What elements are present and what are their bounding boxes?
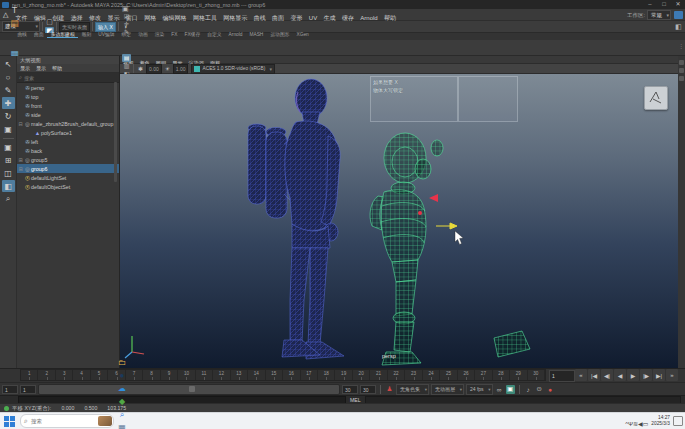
- command-language-label[interactable]: MEL: [350, 397, 361, 403]
- workspace-dropdown[interactable]: 常规: [647, 10, 671, 20]
- image-plane-icon[interactable]: ◫: [122, 12, 131, 20]
- shelf-tab-运动图形[interactable]: 运动图形: [267, 32, 293, 37]
- frame-tick-11[interactable]: 11: [196, 370, 213, 380]
- menu-item-编辑网格[interactable]: 编辑网格: [159, 15, 189, 21]
- attribute-editor-tab-icon[interactable]: [679, 68, 684, 73]
- frame-tick-15[interactable]: 15: [266, 370, 283, 380]
- outliner-scrollbar[interactable]: [114, 82, 117, 182]
- menu-item-曲面[interactable]: 曲面: [269, 15, 287, 21]
- playback-loop-icon[interactable]: ∞: [495, 385, 504, 394]
- file-explorer-icon[interactable]: 🗀: [115, 356, 129, 369]
- outliner-item-top[interactable]: ✇top: [17, 92, 119, 101]
- search-tool-icon[interactable]: ⌕: [115, 408, 129, 421]
- frame-tick-1[interactable]: 1: [21, 370, 38, 380]
- battery-icon[interactable]: ▭: [643, 421, 649, 427]
- range-slider-bar[interactable]: [38, 384, 340, 395]
- outliner-item-group5[interactable]: ⊞◎group5: [17, 155, 119, 164]
- frame-tick-2[interactable]: 2: [38, 370, 55, 380]
- mute-icon[interactable]: ♪: [524, 385, 533, 394]
- select-tool-icon[interactable]: ↖: [2, 58, 15, 70]
- calculator-icon[interactable]: ▦: [115, 421, 129, 429]
- outliner-menu-item-帮助[interactable]: 帮助: [49, 64, 65, 72]
- shelf-tab-FX缓存[interactable]: FX缓存: [181, 32, 204, 37]
- zoom-tool-icon[interactable]: ⌕: [2, 193, 15, 205]
- frame-tick-9[interactable]: 9: [161, 370, 178, 380]
- outliner-menu-item-显示[interactable]: 显示: [17, 64, 33, 72]
- expander-icon[interactable]: ⊞: [17, 166, 24, 172]
- modeling-toolkit-toggle-icon[interactable]: ◧: [674, 22, 683, 31]
- outliner-item-male_zbrush2Brush_default_group[interactable]: ⊟◎male_zbrush2Brush_default_group: [17, 119, 119, 128]
- shelf-tab-Arnold[interactable]: Arnold: [225, 32, 246, 37]
- taskbar-search-input[interactable]: 搜索: [31, 418, 98, 425]
- grid-icon[interactable]: ▤: [122, 54, 131, 62]
- menu-item-曲线[interactable]: 曲线: [251, 15, 269, 21]
- exposure-field[interactable]: 0.00: [146, 64, 162, 74]
- clamp-toggle-icon[interactable]: ▣: [506, 385, 515, 394]
- colorspace-dropdown[interactable]: ACES 1.0 SDR-video (sRGB) ▾: [191, 64, 274, 74]
- close-button[interactable]: ✕: [671, 0, 685, 9]
- shelf-overflow-icon[interactable]: ⋮: [678, 42, 684, 49]
- step-forward-frame-button[interactable]: |▶: [640, 369, 652, 381]
- sign-in-icon[interactable]: [674, 11, 683, 19]
- scale-tool-icon[interactable]: ▣: [2, 123, 15, 135]
- frame-tick-17[interactable]: 17: [301, 370, 318, 380]
- frame-tick-18[interactable]: 18: [318, 370, 335, 380]
- frame-tick-29[interactable]: 29: [510, 370, 527, 380]
- frame-tick-19[interactable]: 19: [335, 370, 352, 380]
- outliner-search-input[interactable]: 搜索: [24, 75, 119, 81]
- animation-end-field[interactable]: 30: [360, 385, 376, 394]
- gamma-field[interactable]: 1.00: [173, 64, 189, 74]
- frame-tick-27[interactable]: 27: [475, 370, 492, 380]
- outliner-item-group6[interactable]: ⊞◎group6: [17, 164, 119, 173]
- character-set-dropdown[interactable]: 无角色集: [396, 384, 429, 395]
- step-back-frame-button[interactable]: ◀|: [601, 369, 613, 381]
- frame-tick-8[interactable]: 8: [143, 370, 160, 380]
- auto-keyframe-icon[interactable]: ●: [546, 385, 555, 394]
- gamma-icon[interactable]: ☀: [163, 65, 172, 73]
- outliner-item-side[interactable]: ✇side: [17, 110, 119, 119]
- menu-item-帮助[interactable]: 帮助: [381, 15, 399, 21]
- play-forwards-button[interactable]: ▶: [627, 369, 639, 381]
- shelf-tab-动画[interactable]: 动画: [135, 32, 152, 37]
- paint-selection-tool-icon[interactable]: ✎: [2, 84, 15, 96]
- media-app-icon[interactable]: ◆: [115, 395, 129, 408]
- frame-tick-13[interactable]: 13: [231, 370, 248, 380]
- shelf-tab-MASH[interactable]: MASH: [246, 32, 267, 37]
- browser-icon[interactable]: ●: [115, 369, 129, 382]
- outliner-item-persp[interactable]: ✇persp: [17, 83, 119, 92]
- menu-item-缓存[interactable]: 缓存: [339, 15, 357, 21]
- outliner-item-polySurface1[interactable]: ▲polySurface1: [17, 128, 119, 137]
- rotate-tool-icon[interactable]: ↻: [2, 110, 15, 122]
- maximize-button[interactable]: □: [657, 0, 671, 9]
- layout-outliner-persp-icon[interactable]: ◧: [2, 180, 15, 192]
- menu-item-选择[interactable]: 选择: [68, 15, 86, 21]
- start-button[interactable]: [3, 415, 16, 428]
- outliner-item-defaultLightSet[interactable]: ⦿defaultLightSet: [17, 173, 119, 182]
- frame-tick-20[interactable]: 20: [353, 370, 370, 380]
- playback-end-field[interactable]: 30: [342, 385, 358, 394]
- outliner-menu-item-显示[interactable]: 显示: [33, 64, 49, 72]
- layout-four-pane-icon[interactable]: ⊞: [2, 154, 15, 166]
- shelf-tab-XGen[interactable]: XGen: [293, 32, 312, 37]
- outliner-item-front[interactable]: ✇front: [17, 101, 119, 110]
- frame-tick-10[interactable]: 10: [178, 370, 195, 380]
- expander-icon[interactable]: ⊞: [17, 157, 24, 163]
- workspace-selector[interactable]: 工作区: 常规: [627, 10, 671, 20]
- frame-tick-22[interactable]: 22: [388, 370, 405, 380]
- fps-dropdown[interactable]: 24 fps: [466, 384, 493, 395]
- time-slider-ticks[interactable]: 1234567891011121314151617181920212223242…: [20, 369, 546, 381]
- shelf-tab-自定义[interactable]: 自定义: [204, 32, 225, 37]
- modeling-toolkit-tab-icon[interactable]: [679, 76, 684, 81]
- time-settings-icon[interactable]: ⊙: [535, 385, 544, 394]
- character-set-icon[interactable]: ♟: [385, 385, 394, 394]
- menu-item-修改[interactable]: 修改: [86, 15, 104, 21]
- outliner-item-left[interactable]: ✇left: [17, 137, 119, 146]
- shelf-tab-UV编辑[interactable]: UV编辑: [95, 32, 118, 37]
- menu-item-变形[interactable]: 变形: [287, 15, 305, 21]
- shelf-tab-FX[interactable]: FX: [168, 32, 181, 37]
- move-tool-icon[interactable]: ✚: [2, 97, 15, 109]
- shelf-tab-雕刻[interactable]: 雕刻: [78, 32, 95, 37]
- notification-center-icon[interactable]: [673, 416, 683, 426]
- go-to-start-button[interactable]: «: [575, 369, 587, 381]
- frame-tick-25[interactable]: 25: [440, 370, 457, 380]
